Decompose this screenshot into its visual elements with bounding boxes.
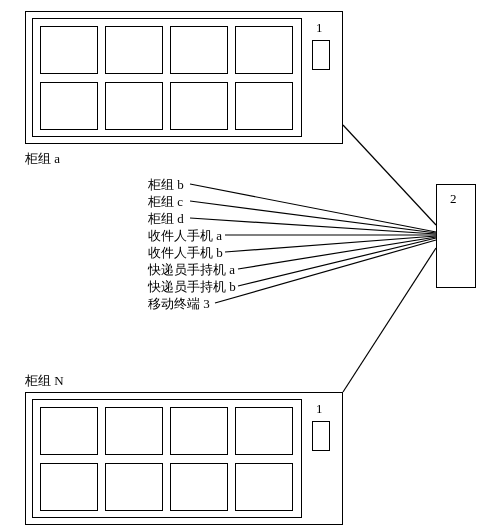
mid-label-2: 柜组 d <box>148 212 184 225</box>
svg-line-6 <box>225 236 436 252</box>
mid-label-4: 收件人手机 b <box>148 246 223 259</box>
cabinet-n-locker <box>40 463 98 511</box>
cabinet-a-locker <box>170 26 228 74</box>
cabinet-a-locker <box>235 82 293 130</box>
svg-line-0 <box>343 125 436 225</box>
cabinet-n-tag: 1 <box>316 402 323 415</box>
cabinet-a-locker <box>105 26 163 74</box>
cabinet-n-locker <box>105 463 163 511</box>
cabinet-n-label: 柜组 N <box>25 374 64 387</box>
cabinet-a-locker <box>170 82 228 130</box>
mid-label-5: 快递员手持机 a <box>148 263 235 276</box>
cabinet-n-locker <box>235 407 293 455</box>
cabinet-a-label: 柜组 a <box>25 152 60 165</box>
diagram-stage: 1 柜组 a 柜组 N 1 2 柜组 b 柜组 c 柜组 d 收件人手机 a 收… <box>0 0 502 531</box>
cabinet-a-locker <box>40 26 98 74</box>
cabinet-n-locker <box>170 463 228 511</box>
cabinet-n-locker <box>170 407 228 455</box>
cabinet-a-locker <box>40 82 98 130</box>
cabinet-a-tag: 1 <box>316 21 323 34</box>
svg-line-9 <box>215 240 436 303</box>
mid-label-6: 快递员手持机 b <box>148 280 236 293</box>
cabinet-n-locker <box>235 463 293 511</box>
mid-label-0: 柜组 b <box>148 178 184 191</box>
svg-line-7 <box>238 237 436 269</box>
svg-line-8 <box>238 238 436 286</box>
cabinet-a-locker <box>235 26 293 74</box>
cabinet-n-locker <box>105 407 163 455</box>
cabinet-n-locker <box>40 407 98 455</box>
mid-label-7: 移动终端 3 <box>148 297 210 310</box>
svg-line-2 <box>190 184 436 232</box>
svg-line-4 <box>190 218 436 234</box>
server-tag: 2 <box>450 192 457 205</box>
svg-line-1 <box>343 248 436 392</box>
cabinet-a-terminal <box>312 40 330 70</box>
mid-label-1: 柜组 c <box>148 195 183 208</box>
mid-label-3: 收件人手机 a <box>148 229 222 242</box>
svg-line-3 <box>190 201 436 233</box>
cabinet-n-terminal <box>312 421 330 451</box>
cabinet-a-locker <box>105 82 163 130</box>
